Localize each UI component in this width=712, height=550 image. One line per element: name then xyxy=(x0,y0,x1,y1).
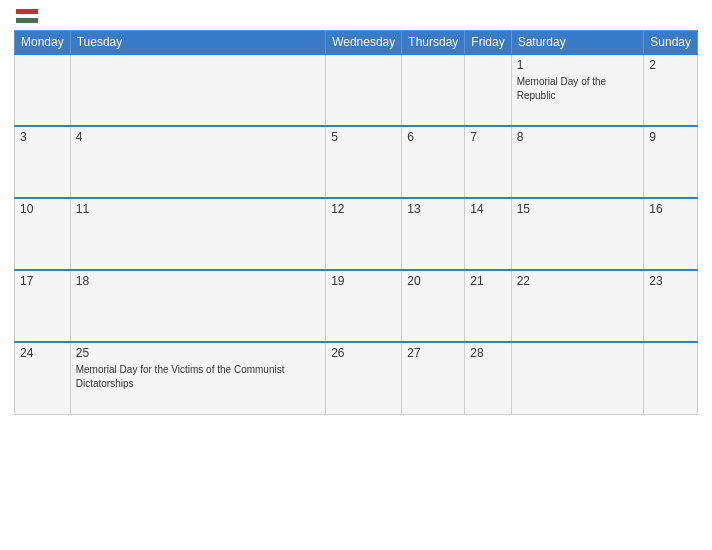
day-number: 25 xyxy=(76,346,320,360)
calendar-cell: 20 xyxy=(402,270,465,342)
day-number: 14 xyxy=(470,202,505,216)
logo-flag-icon xyxy=(16,9,38,23)
calendar-week-row: 2425Memorial Day for the Victims of the … xyxy=(15,342,698,414)
calendar-cell: 15 xyxy=(511,198,644,270)
calendar-cell: 28 xyxy=(465,342,511,414)
svg-rect-0 xyxy=(16,9,38,14)
calendar-cell: 3 xyxy=(15,126,71,198)
day-number: 23 xyxy=(649,274,692,288)
calendar-cell: 25Memorial Day for the Victims of the Co… xyxy=(70,342,325,414)
calendar-table: MondayTuesdayWednesdayThursdayFridaySatu… xyxy=(14,30,698,415)
calendar-cell: 18 xyxy=(70,270,325,342)
calendar-cell: 24 xyxy=(15,342,71,414)
calendar-cell: 14 xyxy=(465,198,511,270)
calendar-cell: 16 xyxy=(644,198,698,270)
day-number: 19 xyxy=(331,274,396,288)
calendar-cell: 13 xyxy=(402,198,465,270)
calendar-cell: 11 xyxy=(70,198,325,270)
day-number: 4 xyxy=(76,130,320,144)
calendar-cell xyxy=(511,342,644,414)
calendar-header-row: MondayTuesdayWednesdayThursdayFridaySatu… xyxy=(15,31,698,55)
col-header-sunday: Sunday xyxy=(644,31,698,55)
day-number: 2 xyxy=(649,58,692,72)
calendar-page: MondayTuesdayWednesdayThursdayFridaySatu… xyxy=(0,0,712,550)
day-number: 20 xyxy=(407,274,459,288)
calendar-cell: 12 xyxy=(326,198,402,270)
calendar-header xyxy=(14,10,698,24)
day-number: 3 xyxy=(20,130,65,144)
day-event: Memorial Day of the Republic xyxy=(517,76,606,101)
day-number: 7 xyxy=(470,130,505,144)
day-number: 16 xyxy=(649,202,692,216)
col-header-saturday: Saturday xyxy=(511,31,644,55)
day-number: 11 xyxy=(76,202,320,216)
calendar-cell: 5 xyxy=(326,126,402,198)
calendar-week-row: 10111213141516 xyxy=(15,198,698,270)
day-number: 24 xyxy=(20,346,65,360)
col-header-monday: Monday xyxy=(15,31,71,55)
calendar-cell: 2 xyxy=(644,54,698,126)
day-number: 1 xyxy=(517,58,639,72)
calendar-cell: 1Memorial Day of the Republic xyxy=(511,54,644,126)
calendar-cell: 27 xyxy=(402,342,465,414)
day-number: 10 xyxy=(20,202,65,216)
day-number: 18 xyxy=(76,274,320,288)
day-number: 15 xyxy=(517,202,639,216)
calendar-cell: 8 xyxy=(511,126,644,198)
day-number: 21 xyxy=(470,274,505,288)
calendar-cell xyxy=(644,342,698,414)
day-number: 6 xyxy=(407,130,459,144)
calendar-cell: 9 xyxy=(644,126,698,198)
calendar-cell: 22 xyxy=(511,270,644,342)
calendar-week-row: 17181920212223 xyxy=(15,270,698,342)
col-header-friday: Friday xyxy=(465,31,511,55)
calendar-cell: 17 xyxy=(15,270,71,342)
calendar-cell: 26 xyxy=(326,342,402,414)
col-header-wednesday: Wednesday xyxy=(326,31,402,55)
calendar-cell xyxy=(465,54,511,126)
day-number: 26 xyxy=(331,346,396,360)
day-number: 12 xyxy=(331,202,396,216)
day-number: 8 xyxy=(517,130,639,144)
svg-rect-1 xyxy=(16,14,38,18)
day-number: 22 xyxy=(517,274,639,288)
calendar-cell: 23 xyxy=(644,270,698,342)
calendar-week-row: 1Memorial Day of the Republic2 xyxy=(15,54,698,126)
calendar-cell: 4 xyxy=(70,126,325,198)
calendar-cell xyxy=(70,54,325,126)
calendar-cell: 19 xyxy=(326,270,402,342)
day-event: Memorial Day for the Victims of the Comm… xyxy=(76,364,285,389)
calendar-cell: 6 xyxy=(402,126,465,198)
calendar-cell: 10 xyxy=(15,198,71,270)
day-number: 17 xyxy=(20,274,65,288)
calendar-cell xyxy=(402,54,465,126)
svg-rect-2 xyxy=(16,18,38,23)
calendar-cell xyxy=(326,54,402,126)
day-number: 9 xyxy=(649,130,692,144)
col-header-tuesday: Tuesday xyxy=(70,31,325,55)
calendar-week-row: 3456789 xyxy=(15,126,698,198)
logo xyxy=(14,10,38,24)
calendar-cell: 21 xyxy=(465,270,511,342)
col-header-thursday: Thursday xyxy=(402,31,465,55)
day-number: 5 xyxy=(331,130,396,144)
day-number: 27 xyxy=(407,346,459,360)
calendar-cell: 7 xyxy=(465,126,511,198)
day-number: 28 xyxy=(470,346,505,360)
day-number: 13 xyxy=(407,202,459,216)
calendar-cell xyxy=(15,54,71,126)
